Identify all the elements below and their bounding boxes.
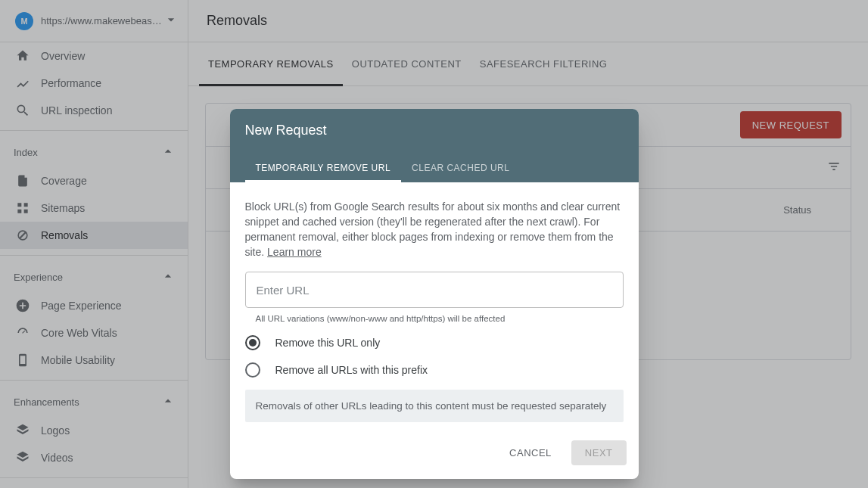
radio-label: Remove this URL only xyxy=(275,337,381,349)
dialog-body: Block URL(s) from Google Search results … xyxy=(230,182,639,430)
radio-label: Remove all URLs with this prefix xyxy=(275,364,428,376)
new-request-dialog: New Request TEMPORARILY REMOVE URL CLEAR… xyxy=(230,109,639,479)
dialog-tab-clear-cached[interactable]: CLEAR CACHED URL xyxy=(401,152,520,182)
radio-remove-prefix[interactable]: Remove all URLs with this prefix xyxy=(245,362,624,378)
dialog-actions: CANCEL NEXT xyxy=(230,430,639,479)
radio-icon xyxy=(245,362,260,378)
dialog-header: New Request TEMPORARILY REMOVE URL CLEAR… xyxy=(230,109,639,182)
cancel-button[interactable]: CANCEL xyxy=(503,441,558,465)
dialog-description: Block URL(s) from Google Search results … xyxy=(245,199,624,260)
info-banner: Removals of other URLs leading to this c… xyxy=(245,390,624,422)
radio-remove-url-only[interactable]: Remove this URL only xyxy=(245,335,624,350)
url-helper-text: All URL variations (www/non-www and http… xyxy=(256,314,624,323)
dialog-title: New Request xyxy=(245,123,624,138)
next-button[interactable]: NEXT xyxy=(571,440,627,465)
learn-more-link[interactable]: Learn more xyxy=(267,246,322,258)
radio-icon xyxy=(245,335,260,350)
dialog-tabs: TEMPORARILY REMOVE URL CLEAR CACHED URL xyxy=(245,152,624,182)
dialog-tab-temporarily-remove[interactable]: TEMPORARILY REMOVE URL xyxy=(245,152,402,182)
url-input[interactable] xyxy=(257,284,612,297)
url-input-wrapper[interactable] xyxy=(245,272,624,308)
modal-overlay[interactable]: New Request TEMPORARILY REMOVE URL CLEAR… xyxy=(0,0,868,488)
